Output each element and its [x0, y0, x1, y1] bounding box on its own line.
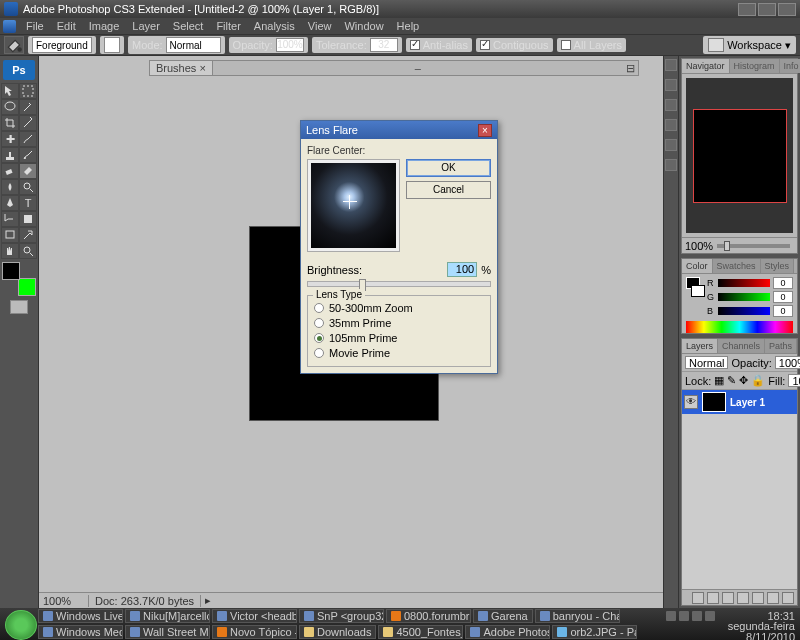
lens-opt-2[interactable]: 105mm Prime: [314, 332, 484, 344]
taskbar-item[interactable]: Windows Live Mes...: [38, 609, 123, 623]
lock-transparent-icon[interactable]: ▦: [714, 374, 724, 387]
blend-mode-select[interactable]: Normal: [685, 356, 728, 369]
tray-icon[interactable]: [666, 611, 676, 621]
trash-icon[interactable]: [782, 592, 794, 604]
menu-filter[interactable]: Filter: [210, 20, 246, 32]
taskbar-item[interactable]: Windows Media Pla...: [38, 625, 123, 639]
stamp-tool[interactable]: [1, 147, 19, 163]
eraser-tool[interactable]: [1, 163, 19, 179]
panel-collapse-icon[interactable]: –: [412, 62, 424, 74]
brightness-input[interactable]: 100: [447, 262, 477, 277]
cancel-button[interactable]: Cancel: [406, 181, 491, 199]
ps-logo[interactable]: Ps: [3, 60, 35, 80]
crop-tool[interactable]: [1, 115, 19, 131]
r-slider[interactable]: [718, 279, 770, 287]
new-layer-icon[interactable]: [767, 592, 779, 604]
taskbar-item[interactable]: SnP <group32721...: [299, 609, 384, 623]
marquee-tool[interactable]: [19, 83, 37, 99]
taskbar-item[interactable]: banryou - Chat: [535, 609, 620, 623]
layer-opacity-input[interactable]: 100%: [775, 356, 800, 369]
lasso-tool[interactable]: [1, 99, 19, 115]
menu-image[interactable]: Image: [83, 20, 126, 32]
tab-info[interactable]: Info: [780, 59, 800, 73]
pen-tool[interactable]: [1, 195, 19, 211]
navigator-thumb[interactable]: [686, 78, 793, 233]
lock-all-icon[interactable]: 🔒: [751, 374, 765, 387]
menu-file[interactable]: File: [20, 20, 50, 32]
antialias-checkbox[interactable]: [410, 40, 420, 50]
maximize-button[interactable]: [758, 3, 776, 16]
taskbar-item[interactable]: Wall Street Money ...: [125, 625, 210, 639]
tray-icon[interactable]: [692, 611, 702, 621]
dialog-close-button[interactable]: ×: [478, 124, 492, 137]
shape-tool[interactable]: [19, 211, 37, 227]
taskbar-item[interactable]: 4500_Fontes_BY_...: [378, 625, 463, 639]
slice-tool[interactable]: [19, 115, 37, 131]
taskbar-item[interactable]: Adobe Photoshop ...: [465, 625, 550, 639]
dialog-titlebar[interactable]: Lens Flare ×: [301, 121, 497, 139]
taskbar-item[interactable]: Novo Tópico - Moz...: [212, 625, 297, 639]
lens-opt-1[interactable]: 35mm Prime: [314, 317, 484, 329]
fx-icon[interactable]: [707, 592, 719, 604]
foreground-swatch[interactable]: [2, 262, 20, 280]
ok-button[interactable]: OK: [406, 159, 491, 177]
opacity-input[interactable]: 100%: [276, 38, 304, 52]
blur-tool[interactable]: [1, 179, 19, 195]
heal-tool[interactable]: ✚: [1, 131, 19, 147]
taskbar-item[interactable]: Victor <headbang...: [212, 609, 297, 623]
menu-analysis[interactable]: Analysis: [248, 20, 301, 32]
tab-paths[interactable]: Paths: [765, 339, 797, 353]
dock-icon[interactable]: [665, 119, 677, 131]
start-button[interactable]: [5, 610, 37, 640]
color-swatches[interactable]: [2, 262, 36, 296]
notes-tool[interactable]: [1, 227, 19, 243]
brushes-tab[interactable]: Brushes ×: [150, 61, 213, 75]
alllayers-checkbox[interactable]: [561, 40, 571, 50]
wand-tool[interactable]: [19, 99, 37, 115]
menu-layer[interactable]: Layer: [126, 20, 166, 32]
tab-channels[interactable]: Channels: [718, 339, 765, 353]
date[interactable]: segunda-feira8/11/2010: [723, 621, 800, 640]
zoom-tool[interactable]: [19, 243, 37, 259]
brightness-slider[interactable]: [307, 281, 491, 287]
dock-icon[interactable]: [665, 59, 677, 71]
fill-select[interactable]: Foreground: [32, 37, 92, 53]
type-tool[interactable]: T: [19, 195, 37, 211]
g-slider[interactable]: [718, 293, 770, 301]
menu-window[interactable]: Window: [338, 20, 389, 32]
minimize-button[interactable]: [738, 3, 756, 16]
doc-info[interactable]: Doc: 263.7K/0 bytes: [89, 595, 201, 607]
contiguous-checkbox[interactable]: [480, 40, 490, 50]
lock-position-icon[interactable]: ✥: [739, 374, 748, 387]
background-swatch[interactable]: [18, 278, 36, 296]
menu-select[interactable]: Select: [167, 20, 210, 32]
flare-preview[interactable]: [307, 159, 400, 252]
history-brush-tool[interactable]: [19, 147, 37, 163]
layer-name[interactable]: Layer 1: [730, 397, 765, 408]
hand-tool[interactable]: [1, 243, 19, 259]
layer-visibility-icon[interactable]: 👁: [684, 395, 698, 409]
dock-icon[interactable]: [665, 159, 677, 171]
close-button[interactable]: [778, 3, 796, 16]
b-slider[interactable]: [718, 307, 770, 315]
mask-icon[interactable]: [722, 592, 734, 604]
lock-pixels-icon[interactable]: ✎: [727, 374, 736, 387]
bucket-tool[interactable]: [19, 163, 37, 179]
tab-color[interactable]: Color: [682, 259, 713, 273]
dock-icon[interactable]: [665, 99, 677, 111]
quickmask-button[interactable]: [10, 300, 28, 314]
adjustment-icon[interactable]: [737, 592, 749, 604]
taskbar-item[interactable]: 0800.forumbrasil.n...: [386, 609, 471, 623]
dodge-tool[interactable]: [19, 179, 37, 195]
layer-thumbnail[interactable]: [702, 392, 726, 412]
menu-help[interactable]: Help: [391, 20, 426, 32]
tab-navigator[interactable]: Navigator: [682, 59, 730, 73]
layer-fill-input[interactable]: 100%: [788, 374, 800, 387]
pattern-swatch[interactable]: [104, 37, 120, 53]
lens-opt-0[interactable]: 50-300mm Zoom: [314, 302, 484, 314]
tolerance-input[interactable]: 32: [370, 38, 398, 52]
nav-zoom-slider[interactable]: [717, 244, 790, 248]
tab-swatches[interactable]: Swatches: [713, 259, 761, 273]
brushes-panel[interactable]: Brushes × – ⊟: [149, 60, 639, 76]
taskbar-item[interactable]: Garena: [473, 609, 533, 623]
